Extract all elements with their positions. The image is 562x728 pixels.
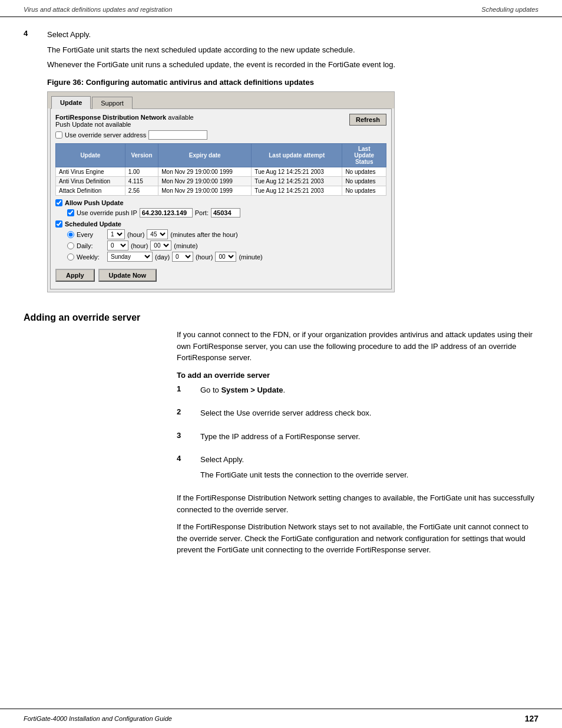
override-step-4-sub: The FortiGate unit tests the connection … (200, 469, 538, 481)
step-4-num: 4 (24, 29, 35, 304)
every-hour-select[interactable]: 1248 (107, 229, 125, 239)
daily-row: Daily: 01612 (hour) 00153045 (minute) (67, 241, 386, 251)
override-step-2: 2 Select the Use override server address… (177, 407, 538, 423)
push-sub-row: Use override push IP Port: (67, 208, 386, 218)
override-step-1-text: Go to System > Update. (200, 384, 538, 396)
push-override-checkbox[interactable] (67, 209, 74, 216)
override-step-4-content: Select Apply. The FortiGate unit tests t… (200, 454, 538, 484)
weekly-hour-select[interactable]: 01612 (172, 252, 193, 262)
push-update-status: not available (95, 121, 131, 128)
daily-radio[interactable] (67, 242, 74, 249)
override-step-1-content: Go to System > Update. (200, 384, 538, 400)
override-step-1: 1 Go to System > Update. (177, 384, 538, 400)
step-4-item: 4 Select Apply. The FortiGate unit start… (24, 29, 538, 304)
push-override-label: Use override push IP (77, 209, 137, 216)
override-step-4-num: 4 (177, 454, 189, 484)
weekly-day-select[interactable]: SundayMondayTuesday WednesdayThursdayFri… (107, 252, 153, 262)
fdn-title: FortiResponse Distribution Network (55, 114, 166, 121)
override-step-3-content: Type the IP address of a FortiResponse s… (200, 431, 538, 446)
table-header-row: Update Version Expiry date Last update a… (56, 144, 386, 167)
col-last-attempt: Last update attempt (252, 144, 342, 167)
footer-left: FortiGate-4000 Installation and Configur… (24, 715, 172, 722)
col-expiry: Expiry date (158, 144, 252, 167)
adding-override-intro: If you cannot connect to the FDN, or if … (177, 329, 538, 364)
allow-push-checkbox[interactable] (55, 199, 62, 206)
step-4-line2: The FortiGate unit starts the next sched… (47, 44, 538, 56)
override-step-3: 3 Type the IP address of a FortiResponse… (177, 431, 538, 446)
weekly-row: Weekly: SundayMondayTuesday WednesdayThu… (67, 252, 386, 262)
override-step-4-text: Select Apply. (200, 454, 538, 466)
weekly-minute-select[interactable]: 00153045 (215, 252, 236, 262)
figure-caption: Figure 36: Configuring automatic antivir… (47, 77, 538, 88)
daily-minute-label: (minute) (174, 242, 197, 249)
table-row: Anti Virus Definition4.115Mon Nov 29 19:… (56, 177, 386, 186)
update-now-button[interactable]: Update Now (98, 269, 157, 282)
override-step-3-num: 3 (177, 431, 189, 446)
tab-support[interactable]: Support (92, 97, 133, 109)
tabs-bar: Update Support (48, 92, 394, 108)
weekly-radio[interactable] (67, 253, 74, 261)
override-step-1-num: 1 (177, 384, 189, 400)
adding-override-title: Adding an override server (24, 312, 538, 323)
push-ip-input[interactable] (140, 208, 193, 218)
port-label: Port: (195, 209, 209, 216)
adding-override-content: If you cannot connect to the FDN, or if … (177, 329, 538, 556)
adding-override-subtitle: To add an override server (177, 371, 538, 380)
every-minute-select[interactable]: 4501530 (147, 229, 168, 239)
update-table: Update Version Expiry date Last update a… (55, 143, 386, 196)
figure-panel: FortiResponse Distribution Network avail… (50, 108, 392, 289)
col-last-status: LastUpdateStatus (342, 144, 386, 167)
apply-button[interactable]: Apply (55, 269, 95, 282)
page-header: Virus and attack definitions updates and… (0, 0, 562, 17)
table-row: Attack Definition2.56Mon Nov 29 19:00:00… (56, 186, 386, 196)
fdn-row: FortiResponse Distribution Network avail… (55, 114, 386, 128)
daily-hour-select[interactable]: 01612 (107, 241, 128, 251)
allow-push-section: Allow Push Update (55, 199, 386, 206)
override-step-2-text: Select the Use override server address c… (200, 407, 538, 419)
override-para1: If the FortiResponse Distribution Networ… (177, 492, 538, 515)
push-update-label: Push Update (55, 121, 93, 128)
step-4-line1: Select Apply. (47, 29, 538, 41)
daily-label: Daily: (77, 242, 105, 249)
weekly-hour-label: (hour) (196, 253, 213, 261)
fdn-info: FortiResponse Distribution Network avail… (55, 114, 194, 128)
override-para2: If the FortiResponse Distribution Networ… (177, 521, 538, 556)
override-step-3-text: Type the IP address of a FortiResponse s… (200, 431, 538, 443)
scheduled-checkbox[interactable] (55, 220, 62, 228)
header-right: Scheduling updates (481, 6, 538, 13)
override-row: Use override server address (55, 130, 386, 140)
fdn-status: available (168, 114, 193, 121)
scheduled-label: Scheduled Update (65, 220, 121, 228)
daily-hour-label: (hour) (131, 242, 148, 249)
page-footer: FortiGate-4000 Installation and Configur… (0, 709, 562, 728)
scheduled-update-section: Scheduled Update (55, 220, 386, 228)
col-update: Update (56, 144, 125, 167)
header-left: Virus and attack definitions updates and… (24, 6, 172, 13)
daily-minute-select[interactable]: 00153045 (150, 241, 171, 251)
override-address-input[interactable] (148, 130, 207, 140)
every-row: Every 1248 (hour) 4501530 (minutes after… (67, 229, 386, 239)
override-step-4: 4 Select Apply. The FortiGate unit tests… (177, 454, 538, 484)
weekly-day-label: (day) (155, 253, 170, 261)
every-radio[interactable] (67, 231, 74, 238)
every-minute-label: (minutes after the hour) (170, 231, 237, 238)
tab-update[interactable]: Update (51, 96, 91, 109)
every-hour-label: (hour) (127, 231, 144, 238)
weekly-label: Weekly: (77, 253, 105, 261)
override-step-2-content: Select the Use override server address c… (200, 407, 538, 423)
weekly-minute-label: (minute) (239, 253, 262, 261)
push-port-input[interactable] (211, 208, 240, 218)
figure-box: Update Support FortiResponse Distributio… (47, 91, 395, 292)
page-number: 127 (525, 714, 538, 723)
refresh-button[interactable]: Refresh (349, 114, 386, 126)
override-step-2-num: 2 (177, 407, 189, 423)
override-label: Use override server address (65, 131, 146, 139)
step-4-content: Select Apply. The FortiGate unit starts … (47, 29, 538, 304)
action-buttons: Apply Update Now (55, 266, 386, 284)
step-4-line3: Whenever the FortiGate unit runs a sched… (47, 59, 538, 71)
col-version: Version (125, 144, 158, 167)
table-row: Anti Virus Engine1.00Mon Nov 29 19:00:00… (56, 167, 386, 177)
allow-push-label: Allow Push Update (65, 199, 124, 206)
override-checkbox[interactable] (55, 131, 62, 139)
every-label: Every (77, 231, 105, 238)
